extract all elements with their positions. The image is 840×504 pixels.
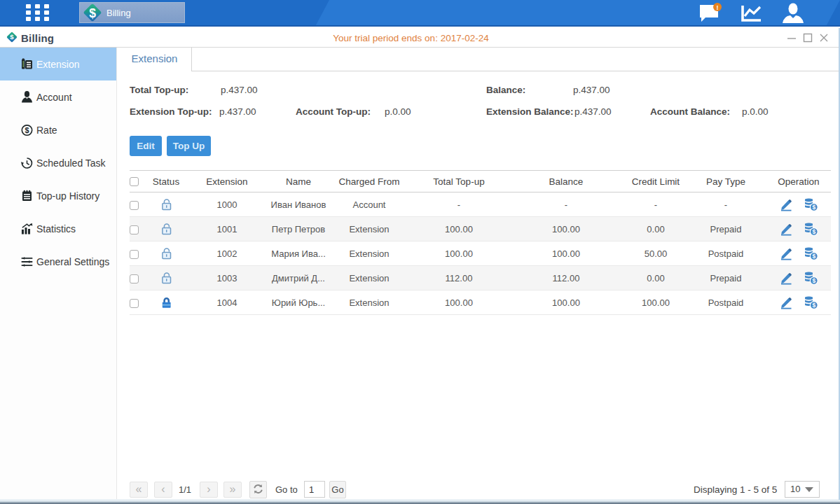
svg-text:!: ! bbox=[717, 4, 719, 11]
svg-text:$: $ bbox=[812, 228, 815, 235]
svg-text:$: $ bbox=[812, 204, 815, 211]
svg-text:$: $ bbox=[89, 6, 96, 20]
svg-text:$: $ bbox=[812, 302, 815, 309]
svg-text:$: $ bbox=[812, 253, 815, 260]
svg-text:$: $ bbox=[25, 125, 29, 134]
svg-text:$: $ bbox=[812, 277, 815, 284]
